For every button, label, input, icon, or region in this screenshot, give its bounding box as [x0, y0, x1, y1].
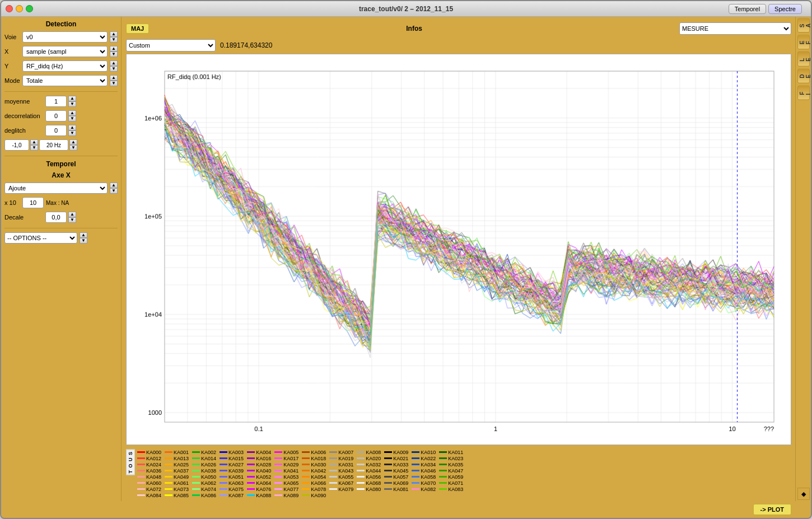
- x10-input[interactable]: 10: [22, 197, 44, 208]
- deglitch-spinners: ▲ ▼: [68, 125, 76, 136]
- legend-item: KA063: [220, 480, 244, 486]
- decale-up[interactable]: ▲: [68, 212, 76, 217]
- window-title: trace_tout/v0/ 2 – 2012_11_15: [359, 5, 453, 13]
- maj-button[interactable]: MAJ: [126, 24, 149, 34]
- decorrelation-up[interactable]: ▲: [68, 110, 76, 116]
- legend-item: KA012: [137, 456, 161, 461]
- tab-bar: Temporel Spectre: [729, 4, 802, 14]
- legend-item: KA040: [247, 468, 271, 474]
- chart-container: [126, 54, 791, 445]
- options-down[interactable]: ▼: [80, 238, 87, 244]
- voie-select[interactable]: v0: [22, 31, 108, 43]
- tab-temporel[interactable]: Temporel: [729, 4, 766, 14]
- deglitch-down[interactable]: ▼: [68, 130, 76, 136]
- options-up[interactable]: ▲: [80, 232, 87, 238]
- right-panel: SAUV EFFA LEGENDE DETECTION FITS ◆ MAJ I…: [122, 17, 811, 501]
- voie-down[interactable]: ▼: [110, 37, 118, 43]
- range-low-down[interactable]: ▼: [30, 145, 38, 151]
- range-low-input[interactable]: -1,0: [4, 139, 29, 151]
- mode-spinners: ▲ ▼: [110, 75, 118, 86]
- x-down[interactable]: ▼: [110, 52, 118, 57]
- y-select[interactable]: RF_didq (Hz): [22, 60, 108, 72]
- minimize-button[interactable]: [16, 5, 23, 12]
- fits-button[interactable]: FITS: [797, 86, 810, 100]
- mode-down[interactable]: ▼: [110, 81, 118, 86]
- tab-spectre[interactable]: Spectre: [768, 4, 802, 14]
- legend-item: KA030: [302, 462, 326, 467]
- legend-item: KA069: [384, 480, 408, 486]
- detection-button[interactable]: DETECTION: [797, 69, 810, 83]
- moyenne-down[interactable]: ▼: [68, 101, 76, 107]
- legend-item: KA054: [302, 474, 326, 480]
- legend-item: KA085: [165, 493, 189, 498]
- legend-item: KA082: [412, 487, 436, 492]
- legend-item: KA083: [439, 487, 463, 492]
- legende-button[interactable]: LEGENDE: [797, 52, 810, 67]
- y-down[interactable]: ▼: [110, 66, 118, 72]
- legend-item: KA024: [137, 462, 161, 467]
- window-controls: [6, 5, 33, 12]
- y-row: Y RF_didq (Hz) ▲ ▼: [4, 60, 118, 72]
- mesure-select[interactable]: MESURE: [679, 22, 791, 35]
- ajoute-down[interactable]: ▼: [110, 188, 118, 194]
- decorrelation-input[interactable]: 0: [45, 110, 67, 121]
- x-select[interactable]: sample (sampl: [22, 46, 108, 57]
- legend-item: KA034: [412, 462, 436, 467]
- plot-button[interactable]: -> PLOT: [753, 504, 791, 515]
- effa-button[interactable]: EFFA: [797, 35, 810, 49]
- legend-item: KA068: [357, 480, 381, 486]
- legend-item: KA047: [439, 468, 463, 474]
- legend-item: KA089: [274, 493, 298, 498]
- sauv-button[interactable]: SAUV: [797, 18, 810, 32]
- y-up[interactable]: ▲: [110, 60, 118, 66]
- legend-item: KA066: [302, 480, 326, 486]
- legend-item: KA088: [247, 493, 271, 498]
- decale-down[interactable]: ▼: [68, 217, 76, 223]
- range-low-spinners: ▲ ▼: [30, 139, 38, 151]
- decorrelation-down[interactable]: ▼: [68, 116, 76, 121]
- range-row: -1,0 ▲ ▼ 20 Hz ▲ ▼: [4, 139, 118, 151]
- legend-item: KA077: [274, 487, 298, 492]
- range-low-up[interactable]: ▲: [30, 139, 38, 145]
- options-spinners: ▲ ▼: [80, 232, 87, 244]
- legend-item: KA021: [384, 456, 408, 461]
- range-high-input[interactable]: 20 Hz: [39, 139, 68, 151]
- close-button[interactable]: [6, 5, 13, 12]
- x-up[interactable]: ▲: [110, 46, 118, 52]
- deglitch-up[interactable]: ▲: [68, 125, 76, 130]
- ajoute-up[interactable]: ▲: [110, 183, 118, 188]
- mode-up[interactable]: ▲: [110, 75, 118, 81]
- moyenne-spinners: ▲ ▼: [68, 96, 76, 107]
- range-high-spinners: ▲ ▼: [69, 139, 77, 151]
- legend-item: KA053: [274, 474, 298, 480]
- custom-select[interactable]: Custom: [126, 39, 216, 52]
- legend-item: KA070: [412, 480, 436, 486]
- voie-up[interactable]: ▲: [110, 31, 118, 37]
- legend-item: KA000: [137, 450, 161, 455]
- legend-item: KA032: [357, 462, 381, 467]
- decale-input[interactable]: 0,0: [45, 212, 67, 223]
- content-area: MAJ Infos MESURE Custom 0.189174,634320: [122, 17, 811, 501]
- axe-x-title: Axe X: [4, 171, 118, 179]
- ajoute-select[interactable]: Ajoute: [4, 183, 108, 194]
- moyenne-input[interactable]: 1: [45, 96, 67, 107]
- legend-item: KA029: [274, 462, 298, 467]
- legend-item: KA011: [439, 450, 463, 455]
- legend-item: KA010: [412, 450, 436, 455]
- x-label: X: [4, 48, 20, 55]
- decale-row: Decale 0,0 ▲ ▼: [4, 212, 118, 223]
- y-spinners: ▲ ▼: [110, 60, 118, 72]
- moyenne-up[interactable]: ▲: [68, 96, 76, 101]
- legend-item: KA078: [302, 487, 326, 492]
- mode-row: Mode Totale ▲ ▼: [4, 75, 118, 86]
- range-high-down[interactable]: ▼: [69, 145, 77, 151]
- x10-label: x 10: [4, 199, 20, 206]
- maximize-button[interactable]: [26, 5, 33, 12]
- compass-button[interactable]: ◆: [797, 488, 810, 500]
- voie-spinners: ▲ ▼: [110, 31, 118, 43]
- deglitch-input[interactable]: 0: [45, 125, 67, 136]
- legend-item: KA033: [384, 462, 408, 467]
- range-high-up[interactable]: ▲: [69, 139, 77, 145]
- mode-select[interactable]: Totale: [22, 75, 108, 86]
- options-select[interactable]: -- OPTIONS --: [4, 232, 77, 244]
